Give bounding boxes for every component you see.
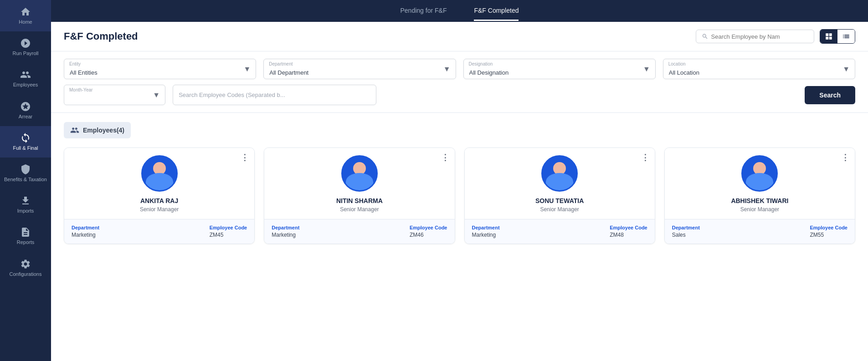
reports-icon: [20, 227, 31, 238]
sidebar-item-run-payroll[interactable]: Run Payroll: [0, 31, 51, 63]
employee-designation: Senior Manager: [340, 206, 379, 213]
employee-code-label: Employee Code: [410, 225, 447, 230]
employee-code-value: ZM45: [210, 232, 247, 238]
employee-code-label: Employee Code: [610, 225, 647, 230]
department-label: Department: [472, 225, 500, 230]
filters-row-1: Entity All Entities ▼ Department All Dep…: [64, 59, 855, 79]
avatar-shoulders: [146, 173, 173, 190]
card-top: ⋮ SONU TEWATIA Senior Manager: [465, 148, 655, 219]
entity-select[interactable]: All Entities: [64, 59, 256, 79]
employee-code-detail: Employee Code ZM55: [810, 225, 847, 238]
department-select[interactable]: All Department: [263, 59, 456, 79]
employee-search-box[interactable]: [696, 30, 814, 43]
month-year-select[interactable]: [64, 85, 165, 105]
department-detail: Department Sales: [672, 225, 700, 238]
department-label: Department: [72, 225, 99, 230]
sidebar-item-benefits-taxation[interactable]: Benefits & Taxation: [0, 158, 51, 189]
employee-code-value: ZM55: [810, 232, 847, 238]
list-icon: [842, 32, 850, 41]
card-bottom: Department Marketing Employee Code ZM45: [64, 219, 254, 244]
tab-pending-ff[interactable]: Pending for F&F: [401, 1, 447, 21]
location-select[interactable]: All Location: [663, 59, 855, 79]
configurations-icon: [20, 259, 31, 269]
arrear-icon: [20, 101, 31, 112]
search-icon: [702, 33, 709, 40]
search-button[interactable]: Search: [805, 86, 855, 104]
run-payroll-icon: [20, 38, 31, 49]
avatar: [741, 155, 778, 192]
employee-code-filter[interactable]: [173, 85, 376, 105]
sidebar-item-arrear[interactable]: Arrear: [0, 95, 51, 126]
employee-code-detail: Employee Code ZM46: [410, 225, 447, 238]
department-label: Department: [272, 225, 299, 230]
card-bottom: Department Sales Employee Code ZM55: [665, 219, 855, 244]
card-menu-button[interactable]: ⋮: [641, 153, 649, 162]
employee-card: ⋮ ANKITA RAJ Senior Manager Department M…: [64, 147, 255, 244]
month-year-filter[interactable]: Month-Year ▼: [64, 85, 165, 105]
employee-card: ⋮ SONU TEWATIA Senior Manager Department…: [464, 147, 655, 244]
employees-section: Employees(4) ⋮ ANKITA RAJ Senior Manager…: [51, 113, 868, 253]
sidebar-item-employees[interactable]: Employees: [0, 63, 51, 94]
main-content: Pending for F&F F&F Completed F&F Comple…: [51, 0, 868, 361]
search-input[interactable]: [711, 33, 808, 40]
employees-grid: ⋮ ANKITA RAJ Senior Manager Department M…: [64, 147, 855, 244]
designation-select[interactable]: All Designation: [463, 59, 656, 79]
avatar-shoulders: [546, 173, 573, 190]
card-menu-button[interactable]: ⋮: [841, 153, 849, 162]
card-menu-button[interactable]: ⋮: [241, 153, 249, 162]
avatar: [141, 155, 178, 192]
employee-designation: Senior Manager: [740, 206, 779, 213]
content-area: F&F Completed: [51, 22, 868, 361]
employee-code-input[interactable]: [173, 85, 376, 105]
employee-name: ANKITA RAJ: [140, 197, 178, 204]
employee-name: NITIN SHARMA: [336, 197, 383, 204]
department-value: Sales: [672, 232, 700, 238]
department-detail: Department Marketing: [272, 225, 299, 238]
filters-bar: Entity All Entities ▼ Department All Dep…: [51, 51, 868, 113]
card-bottom: Department Marketing Employee Code ZM46: [264, 219, 454, 244]
department-label: Department: [672, 225, 700, 230]
grid-view-button[interactable]: [820, 30, 837, 43]
sidebar: Home Run Payroll Employees Arrear Full &…: [0, 0, 51, 361]
avatar: [541, 155, 578, 192]
header-bar: F&F Completed: [51, 22, 868, 51]
card-bottom: Department Marketing Employee Code ZM48: [465, 219, 655, 244]
home-icon: [20, 6, 31, 17]
employee-code-detail: Employee Code ZM45: [210, 225, 247, 238]
entity-filter[interactable]: Entity All Entities ▼: [64, 59, 256, 79]
department-filter[interactable]: Department All Department ▼: [263, 59, 456, 79]
employee-code-label: Employee Code: [810, 225, 847, 230]
grid-icon: [825, 32, 833, 41]
employee-code-detail: Employee Code ZM48: [610, 225, 647, 238]
imports-icon: [20, 195, 31, 206]
employee-card: ⋮ NITIN SHARMA Senior Manager Department…: [264, 147, 455, 244]
employee-card: ⋮ ABHISHEK TIWARI Senior Manager Departm…: [664, 147, 855, 244]
employee-code-value: ZM48: [610, 232, 647, 238]
card-menu-button[interactable]: ⋮: [441, 153, 449, 162]
sidebar-item-configurations[interactable]: Configurations: [0, 252, 51, 284]
benefits-icon: [20, 164, 31, 175]
sidebar-item-full-final[interactable]: Full & Final: [0, 126, 51, 158]
department-detail: Department Marketing: [472, 225, 500, 238]
card-top: ⋮ ANKITA RAJ Senior Manager: [64, 148, 254, 219]
list-view-button[interactable]: [837, 30, 855, 43]
card-top: ⋮ ABHISHEK TIWARI Senior Manager: [665, 148, 855, 219]
department-detail: Department Marketing: [72, 225, 99, 238]
view-toggle: [820, 29, 855, 44]
location-filter[interactable]: Location All Location ▼: [663, 59, 855, 79]
designation-filter[interactable]: Designation All Designation ▼: [463, 59, 656, 79]
avatar-shoulders: [746, 173, 773, 190]
sidebar-item-home[interactable]: Home: [0, 0, 51, 31]
employees-count-label: Employees(4): [83, 127, 124, 134]
employee-designation: Senior Manager: [540, 206, 579, 213]
department-value: Marketing: [272, 232, 299, 238]
employee-code-label: Employee Code: [210, 225, 247, 230]
employees-icon: [20, 69, 31, 80]
employees-badge-icon: [70, 126, 79, 135]
header-right: [696, 29, 855, 44]
sidebar-item-imports[interactable]: Imports: [0, 189, 51, 220]
employee-code-value: ZM46: [410, 232, 447, 238]
sidebar-item-reports[interactable]: Reports: [0, 220, 51, 252]
employee-name: ABHISHEK TIWARI: [731, 197, 788, 204]
tab-ff-completed[interactable]: F&F Completed: [474, 1, 519, 21]
